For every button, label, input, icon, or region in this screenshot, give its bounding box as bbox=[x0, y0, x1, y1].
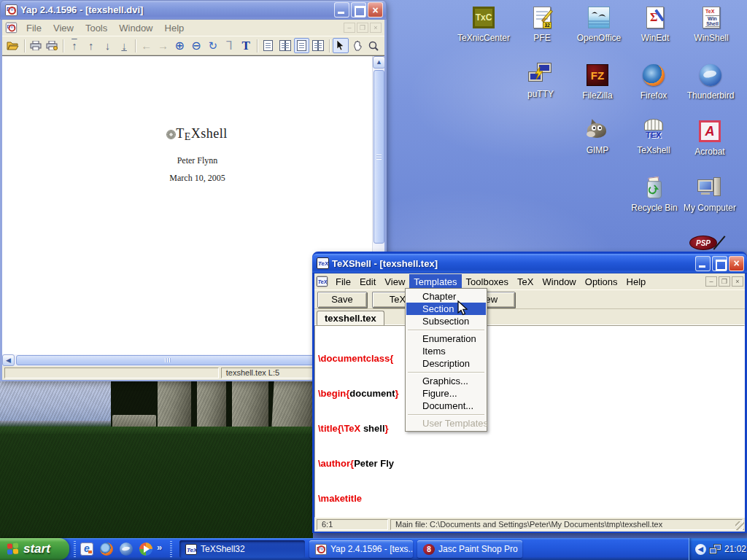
menu-item-enumeration[interactable]: Enumeration bbox=[406, 332, 486, 345]
select-tool-icon[interactable] bbox=[333, 38, 349, 53]
desktop-icon-filezilla[interactable]: FZ FileZilla bbox=[569, 63, 626, 101]
resize-grip[interactable] bbox=[735, 521, 744, 530]
menu-edit[interactable]: Edit bbox=[355, 274, 380, 289]
yap-maximize-button[interactable] bbox=[351, 2, 366, 18]
menu-options[interactable]: Options bbox=[581, 274, 622, 289]
desktop-icon-pfe[interactable]: 32 PFE bbox=[514, 5, 570, 43]
tray-collapse-chevron-icon[interactable]: ◀ bbox=[695, 544, 706, 555]
zoom-out-icon[interactable]: ⊖ bbox=[188, 38, 204, 53]
desktop-icon-paint-shop-pro[interactable]: PSP bbox=[688, 234, 720, 253]
back-icon[interactable]: ← bbox=[139, 38, 155, 53]
previous-page-icon[interactable]: ↑ bbox=[83, 38, 99, 53]
texshell-maximize-button[interactable] bbox=[712, 256, 727, 271]
taskbar-button-texshell32[interactable]: TeXShell32 bbox=[179, 540, 305, 558]
first-page-icon[interactable]: ↑ bbox=[66, 38, 82, 53]
desktop-icon-firefox[interactable]: Firefox bbox=[625, 63, 682, 101]
menu-item-figure[interactable]: Figure... bbox=[406, 387, 486, 400]
desktop-icon-my-computer[interactable]: My Computer bbox=[681, 176, 738, 213]
desktop-icon-texniccenter[interactable]: TxC TeXnicCenter bbox=[455, 5, 512, 43]
desktop-icon-putty[interactable]: puTTY bbox=[512, 63, 569, 99]
open-file-icon[interactable] bbox=[5, 38, 21, 53]
last-page-icon[interactable]: ↓ bbox=[116, 38, 132, 53]
next-page-icon[interactable]: ↓ bbox=[100, 38, 116, 53]
yap-vscroll-thumb[interactable] bbox=[374, 70, 384, 244]
texshell-titlebar[interactable]: TeXShell - [texshell.tex] × bbox=[312, 254, 747, 273]
yap-menu-help[interactable]: Help bbox=[159, 21, 190, 35]
taskband-handle[interactable] bbox=[170, 541, 172, 557]
menu-item-description[interactable]: Description bbox=[406, 357, 486, 370]
yap-child-restore-icon[interactable]: ❐ bbox=[357, 23, 368, 33]
save-button[interactable]: Save bbox=[317, 292, 367, 308]
desktop-icon-winshell[interactable]: TeXWin Shell WinShell bbox=[683, 5, 740, 43]
print-setup-icon[interactable] bbox=[44, 38, 60, 53]
yap-minimize-button[interactable] bbox=[334, 2, 349, 18]
scroll-left-icon[interactable]: ◀ bbox=[2, 354, 15, 366]
child-minimize-icon[interactable]: – bbox=[705, 276, 717, 287]
yap-menu-view[interactable]: View bbox=[47, 21, 80, 35]
hand-tool-icon[interactable] bbox=[349, 38, 365, 53]
quicklaunch-media-player-icon[interactable] bbox=[139, 542, 152, 556]
scroll-up-icon[interactable]: ▲ bbox=[373, 56, 385, 69]
refresh-icon[interactable]: ↻ bbox=[205, 38, 221, 53]
network-status-icon[interactable] bbox=[709, 544, 721, 555]
quicklaunch-firefox-icon[interactable] bbox=[100, 542, 113, 556]
menu-item-chapter[interactable]: Chapter bbox=[406, 290, 486, 303]
forward-icon[interactable]: → bbox=[155, 38, 171, 53]
menu-toolboxes[interactable]: Toolboxes bbox=[462, 274, 514, 289]
yap-hscroll-thumb[interactable] bbox=[16, 355, 320, 365]
texshell-app-icon bbox=[317, 257, 329, 269]
code-editor[interactable]: \documentclass{ \begin{document} \title{… bbox=[314, 325, 745, 518]
desktop-icon-acrobat[interactable]: A Acrobat bbox=[681, 119, 738, 157]
yap-child-minimize-icon[interactable]: – bbox=[344, 23, 355, 33]
desktop-icon-thunderbird[interactable]: Thunderbird bbox=[682, 63, 739, 101]
system-tray: ◀ 21:02 bbox=[689, 538, 747, 560]
menu-item-graphics[interactable]: Graphics... bbox=[406, 375, 486, 387]
print-icon[interactable] bbox=[28, 38, 44, 53]
desktop-icon-label: GIMP bbox=[569, 146, 626, 155]
zoom-in-icon[interactable]: ⊕ bbox=[171, 38, 187, 53]
view-single-page-icon[interactable] bbox=[260, 38, 276, 53]
start-button[interactable]: start bbox=[0, 538, 69, 560]
menu-item-subsection[interactable]: Subsection bbox=[406, 315, 486, 327]
menu-item-section[interactable]: Section bbox=[406, 303, 486, 315]
child-close-icon[interactable]: × bbox=[732, 276, 743, 287]
taskbar-button-paint-shop-pro[interactable]: 8 Jasc Paint Shop Pro bbox=[417, 540, 522, 558]
yap-close-button[interactable]: × bbox=[368, 2, 383, 18]
desktop-icon-openoffice[interactable]: OpenOffice bbox=[570, 5, 627, 43]
menu-file[interactable]: File bbox=[331, 274, 355, 289]
desktop-icon-winedt[interactable]: Σ WinEdt bbox=[627, 5, 684, 43]
quicklaunch-overflow-chevron[interactable]: » bbox=[157, 542, 162, 553]
magnifier-tool-icon[interactable] bbox=[365, 38, 382, 53]
yap-menu-window[interactable]: Window bbox=[113, 21, 158, 35]
menu-window[interactable]: Window bbox=[538, 274, 581, 289]
yap-menu-tools[interactable]: Tools bbox=[80, 21, 113, 35]
view-facing-pages-icon[interactable] bbox=[277, 38, 293, 53]
desktop-icon-recycle-bin[interactable]: Recycle Bin bbox=[626, 176, 683, 213]
yap-menu-file[interactable]: File bbox=[20, 21, 47, 35]
menu-help[interactable]: Help bbox=[622, 274, 651, 289]
text-tool-icon[interactable]: T bbox=[238, 38, 254, 53]
menu-tex[interactable]: TeX bbox=[513, 274, 538, 289]
yap-status-message bbox=[4, 368, 219, 378]
menu-item-document[interactable]: Document... bbox=[406, 400, 486, 412]
yap-child-close-icon[interactable]: × bbox=[370, 23, 382, 33]
menu-item-items[interactable]: Items bbox=[406, 345, 486, 357]
taskbar-button-yap[interactable]: Yap 2.4.1596 - [texs... bbox=[309, 540, 413, 558]
ruler-tool-icon[interactable]: Ꞁ bbox=[222, 38, 238, 53]
quicklaunch-handle[interactable] bbox=[74, 541, 76, 557]
menu-templates[interactable]: Templates bbox=[409, 274, 461, 289]
quicklaunch-ie-icon[interactable] bbox=[80, 542, 93, 556]
texshell-close-button[interactable]: × bbox=[729, 256, 744, 271]
yap-titlebar[interactable]: Yap 2.4.1596 - [texshell.dvi] × bbox=[0, 0, 387, 20]
desktop-icon-gimp[interactable]: GIMP bbox=[569, 119, 626, 155]
desktop-icon-texshell[interactable]: TEX TeXshell bbox=[625, 119, 682, 155]
view-continuous-facing-icon[interactable] bbox=[310, 38, 326, 53]
view-continuous-icon[interactable] bbox=[294, 38, 310, 53]
menu-view[interactable]: View bbox=[380, 274, 409, 289]
quicklaunch-thunderbird-icon[interactable] bbox=[120, 542, 133, 556]
texshell-minimize-button[interactable] bbox=[695, 256, 711, 271]
desktop-icon-label: puTTY bbox=[512, 90, 569, 99]
texshell-icon: TEX bbox=[641, 119, 666, 144]
child-restore-icon[interactable]: ❐ bbox=[719, 276, 730, 287]
tab-texshell-tex[interactable]: texshell.tex bbox=[317, 311, 384, 325]
